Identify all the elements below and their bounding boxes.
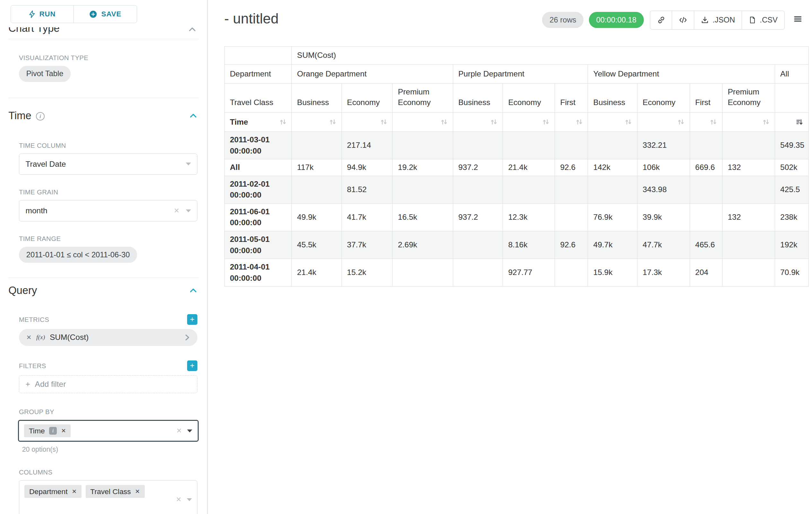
time-grain-select[interactable]: month ✕ (19, 200, 197, 221)
pivot-value-cell: 132 (722, 204, 775, 231)
pivot-sort-cell[interactable] (555, 113, 588, 132)
pivot-value-cell (555, 176, 588, 204)
explore-control-panel: RUN SAVE Chart Type VISUALIZATION TYPE P… (0, 0, 208, 514)
group-by-pill[interactable]: Timei✕ (24, 424, 70, 437)
info-icon[interactable]: i (36, 112, 44, 120)
chevron-up-icon[interactable] (189, 286, 197, 295)
pivot-value-cell (722, 231, 775, 259)
pivot-value-cell: 37.7k (342, 231, 393, 259)
pivot-value-cell (722, 132, 775, 159)
pivot-sort-cell[interactable] (588, 113, 637, 132)
pivot-value-cell: 669.6 (690, 159, 722, 176)
chevron-up-icon[interactable] (189, 111, 197, 120)
columns-select[interactable]: Department✕Travel Class✕ ✕ (19, 480, 197, 514)
time-column-select[interactable]: Travel Date (19, 154, 197, 174)
pivot-value-cell: 502k (775, 159, 809, 176)
sort-icon[interactable] (762, 118, 769, 125)
pivot-table-container: SUM(Cost)DepartmentOrange DepartmentPurp… (224, 46, 804, 287)
columns-pill[interactable]: Travel Class✕ (86, 485, 145, 498)
pivot-sort-cell[interactable] (342, 113, 393, 132)
info-badge[interactable]: i (49, 427, 57, 435)
pivot-sort-cell[interactable] (690, 113, 722, 132)
pivot-table: SUM(Cost)DepartmentOrange DepartmentPurp… (224, 46, 809, 287)
sort-icon[interactable] (625, 118, 632, 125)
time-grain-value: month (26, 206, 48, 215)
pivot-value-cell (292, 132, 342, 159)
pivot-value-cell (555, 259, 588, 287)
pill-label: Department (29, 487, 68, 496)
add-filter-label: Add filter (35, 380, 66, 389)
clear-icon[interactable]: ✕ (176, 495, 182, 504)
copy-link-button[interactable] (650, 10, 672, 30)
sort-icon[interactable] (380, 118, 387, 125)
pivot-value-cell (453, 176, 502, 204)
query-timer-badge: 00:00:00.18 (589, 12, 644, 28)
query-section-header[interactable]: Query (8, 284, 197, 297)
chart-title[interactable]: - untitled (224, 10, 279, 27)
group-by-options-hint: 20 option(s) (22, 445, 199, 454)
export-button-group: .JSON .CSV (650, 10, 785, 30)
pivot-value-cell: 192k (775, 231, 809, 259)
pivot-time-label[interactable]: Time (224, 113, 291, 132)
filters-label-row: FILTERS + (19, 360, 197, 371)
pivot-row: 2011-04-01 00:00:0021.4k15.2k927.7715.9k… (224, 259, 809, 287)
remove-pill-icon[interactable]: ✕ (135, 488, 140, 495)
chevron-down-icon[interactable] (187, 430, 192, 432)
remove-pill-icon[interactable]: ✕ (61, 427, 66, 434)
pivot-travel-class-label: Travel Class (224, 83, 291, 113)
chevron-right-icon[interactable] (184, 334, 190, 341)
group-by-select[interactable]: Timei✕ ✕ (18, 420, 199, 442)
pivot-class-header: Economy (503, 83, 555, 113)
remove-pill-icon[interactable]: ✕ (72, 488, 77, 495)
pivot-value-cell: 94.9k (342, 159, 393, 176)
pivot-sort-cell[interactable] (637, 113, 690, 132)
columns-pills: Department✕Travel Class✕ (24, 485, 144, 498)
pivot-value-cell (690, 132, 722, 159)
pivot-sort-cell[interactable] (393, 113, 453, 132)
pivot-value-cell: 927.77 (503, 259, 555, 287)
time-section-header[interactable]: Time i (8, 110, 197, 122)
clear-icon[interactable]: ✕ (174, 207, 185, 215)
time-range-pill[interactable]: 2011-01-01 ≤ col < 2011-06-30 (19, 247, 137, 263)
pivot-sort-cell[interactable] (775, 113, 809, 132)
sort-icon[interactable] (441, 118, 447, 125)
pivot-value-cell: 45.5k (292, 231, 342, 259)
chevron-down-icon[interactable] (187, 498, 192, 501)
menu-button[interactable] (792, 13, 804, 27)
sort-icon[interactable] (677, 118, 684, 125)
pivot-sort-cell[interactable] (503, 113, 555, 132)
run-button[interactable]: RUN (10, 5, 74, 23)
add-filter-button[interactable]: + Add filter (19, 375, 197, 393)
save-button[interactable]: SAVE (74, 5, 137, 23)
clear-icon[interactable]: ✕ (176, 427, 182, 435)
embed-code-button[interactable] (672, 10, 695, 30)
sort-icon[interactable] (490, 118, 497, 125)
sort-icon[interactable] (576, 118, 582, 125)
add-metric-button[interactable]: + (187, 314, 198, 325)
pivot-sort-cell[interactable] (292, 113, 342, 132)
chevron-up-icon (188, 27, 196, 34)
export-csv-button[interactable]: .CSV (742, 10, 785, 30)
pivot-sort-cell[interactable] (453, 113, 502, 132)
columns-pill[interactable]: Department✕ (24, 485, 81, 498)
viz-type-pill[interactable]: Pivot Table (19, 66, 70, 82)
download-icon (701, 16, 709, 24)
sort-icon[interactable] (710, 118, 717, 125)
sort-descending-icon[interactable] (795, 118, 803, 125)
metric-item[interactable]: ✕ f(x) SUM(Cost) (19, 329, 197, 346)
sort-icon[interactable] (280, 118, 286, 125)
pivot-sort-cell[interactable] (722, 113, 775, 132)
add-filter-plus-button[interactable]: + (187, 360, 198, 371)
export-json-button[interactable]: .JSON (694, 10, 742, 30)
pivot-row: 2011-06-01 00:00:0049.9k41.7k16.5k937.21… (224, 204, 809, 231)
sort-icon[interactable] (543, 118, 549, 125)
export-json-label: .JSON (713, 16, 735, 24)
pivot-value-cell: 19.2k (393, 159, 453, 176)
remove-metric-icon[interactable]: ✕ (26, 334, 31, 341)
sort-icon[interactable] (329, 118, 336, 125)
section-divider (8, 277, 199, 278)
pivot-row: 2011-05-01 00:00:0045.5k37.7k2.69k8.16k9… (224, 231, 809, 259)
chart-type-section-header[interactable]: Chart Type (8, 27, 199, 38)
pivot-value-cell (453, 132, 502, 159)
pivot-value-cell (690, 204, 722, 231)
